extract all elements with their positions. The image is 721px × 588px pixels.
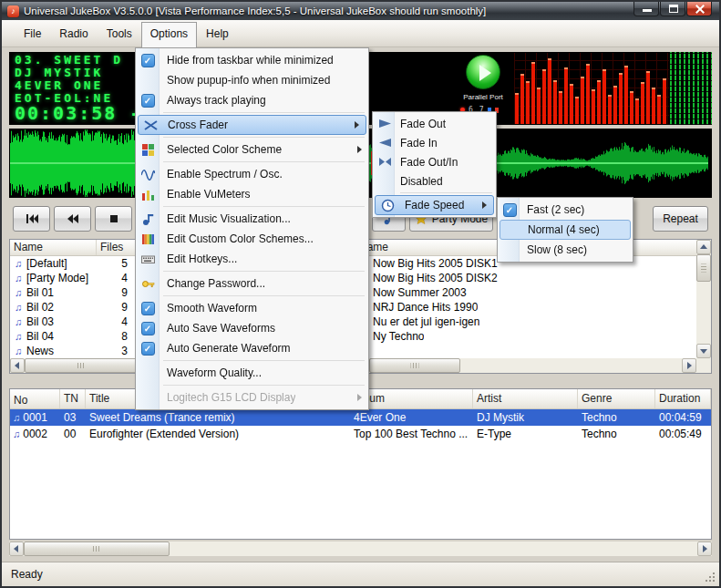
album-name: Now Big Hits 2005 DISK2: [369, 272, 498, 284]
vumeter-icon: [141, 188, 155, 201]
album-row[interactable]: ♫NRJ Dance Hits 1990: [355, 300, 696, 315]
track-tn: 00: [60, 428, 86, 440]
album-row[interactable]: ♫Now Summer 2003: [355, 285, 696, 300]
down-arrow-icon: [700, 349, 707, 354]
column-header-files[interactable]: Files: [97, 240, 138, 255]
port-label: Parallel Port: [453, 93, 513, 101]
checked-icon: ✓: [503, 203, 517, 217]
scroll-right-button[interactable]: [682, 358, 696, 373]
playlist-name: [Default]: [25, 257, 97, 270]
menu-item-label: Hide from taskbar while minimized: [167, 54, 334, 67]
track-row-selected[interactable]: ♫0001 03 Sweet Dreams (Trance remix) 4Ev…: [10, 409, 711, 426]
lcd-track-line: 03. SWEET D: [15, 53, 123, 67]
app-icon: ♪: [7, 5, 19, 17]
scroll-left-button[interactable]: [10, 358, 25, 373]
menu-item-edit-custom-color-schemes[interactable]: Edit Custom Color Schemes...: [136, 229, 368, 249]
album-row[interactable]: ♫Nu er det jul igen-igen: [355, 315, 696, 329]
track-no: 0001: [23, 411, 47, 424]
column-header-genre[interactable]: Genre: [578, 389, 655, 408]
menu-item-auto-save-waveforms[interactable]: ✓Auto Save Waveforms: [136, 318, 368, 338]
scroll-thumb[interactable]: [696, 254, 711, 282]
track-tn: 03: [60, 411, 86, 424]
menu-item-disabled[interactable]: Disabled: [373, 171, 496, 191]
left-arrow-icon: [14, 545, 18, 552]
playlist-files: 9: [97, 301, 133, 314]
menu-item-fade-out-in[interactable]: Fade Out/In: [373, 152, 496, 171]
menu-item-edit-music-visualization[interactable]: Edit Music Visualization...: [136, 209, 368, 229]
menu-item-show-popup-info[interactable]: Show pupup-info when minimized: [136, 70, 368, 90]
menu-tools[interactable]: Tools: [98, 23, 141, 46]
menu-file[interactable]: File: [15, 23, 50, 46]
scroll-right-button[interactable]: [697, 542, 712, 556]
column-header-name[interactable]: Name: [10, 240, 97, 255]
menu-item-slow[interactable]: Slow (8 sec): [498, 240, 633, 260]
menu-item-enable-vumeters[interactable]: Enable VuMeters: [136, 184, 368, 204]
playlist-files: 5: [97, 257, 133, 270]
menu-item-label: Normal (4 sec): [528, 223, 600, 236]
rewind-button[interactable]: [54, 206, 91, 232]
album-row[interactable]: ♫Now Big Hits 2005 DISK2: [355, 271, 696, 285]
note-icon: ♫: [12, 316, 25, 327]
scroll-up-button[interactable]: [696, 240, 711, 254]
playlist-name: Bil 01: [25, 286, 97, 299]
album-vscrollbar[interactable]: [696, 240, 711, 358]
close-button[interactable]: [686, 2, 712, 16]
skip-back-icon: [26, 213, 38, 224]
submenu-arrow-icon: [357, 146, 362, 153]
menu-radio[interactable]: Radio: [50, 23, 97, 46]
scroll-thumb[interactable]: [25, 358, 138, 373]
album-name: Now Summer 2003: [369, 286, 467, 299]
scroll-left-button[interactable]: [9, 542, 24, 556]
menu-item-edit-hotkeys[interactable]: Edit Hotkeys...: [136, 249, 368, 269]
menu-item-label: Edit Hotkeys...: [167, 253, 237, 265]
menu-options[interactable]: Options: [141, 22, 197, 47]
column-header-no[interactable]: No: [10, 389, 60, 408]
previous-track-button[interactable]: [13, 206, 50, 232]
scroll-down-button[interactable]: [696, 344, 711, 358]
track-row[interactable]: ♫0002 00 Eurofighter (Extended Version) …: [10, 426, 711, 442]
maximize-button[interactable]: [660, 2, 685, 16]
menu-item-always-track-playing[interactable]: ✓Always track playing: [136, 90, 368, 110]
menubar: File Radio Tools Options Help: [2, 20, 719, 47]
column-header-artist[interactable]: Artist: [473, 389, 578, 408]
main-hscrollbar[interactable]: [9, 542, 712, 556]
checked-icon: ✓: [141, 322, 155, 335]
menu-item-normal[interactable]: Normal (4 sec): [500, 220, 631, 240]
column-header-tn[interactable]: TN: [60, 389, 86, 408]
repeat-button[interactable]: Repeat: [653, 206, 708, 232]
resize-grip[interactable]: [705, 572, 716, 583]
menu-item-smooth-waveform[interactable]: ✓Smooth Waveform: [136, 298, 368, 318]
menu-item-fade-speed[interactable]: Fade Speed: [375, 195, 494, 215]
album-hscrollbar[interactable]: [355, 358, 696, 373]
fade-in-icon: [378, 136, 392, 150]
minimize-button[interactable]: [633, 2, 659, 16]
titlebar[interactable]: ♪ Universal JukeBox V3.5.0.0 [Vista Perf…: [2, 2, 719, 20]
scroll-thumb[interactable]: [369, 358, 460, 373]
menu-item-logitech-g15[interactable]: Logitech G15 LCD Display: [136, 387, 368, 407]
album-rows: ♫Now Big Hits 2005 DISK1 ♫Now Big Hits 2…: [355, 256, 696, 344]
stop-button[interactable]: [95, 206, 132, 232]
playlist-name: Bil 02: [25, 301, 97, 314]
menu-item-waveform-quality[interactable]: Waveform Quality...: [136, 363, 368, 383]
menu-item-label: Edit Music Visualization...: [167, 212, 291, 225]
checked-icon: ✓: [141, 94, 155, 108]
scroll-thumb[interactable]: [24, 542, 170, 556]
menu-item-fade-out[interactable]: Fade Out: [373, 114, 496, 133]
album-row[interactable]: ♫Ny Techno: [355, 329, 696, 344]
play-button[interactable]: [466, 55, 500, 89]
menu-item-cross-fader[interactable]: Cross Fader: [138, 115, 366, 135]
menu-item-hide-from-taskbar[interactable]: ✓Hide from taskbar while minimized: [136, 50, 368, 70]
track-duration: 00:04:59: [655, 411, 711, 424]
window-title: Universal JukeBox V3.5.0.0 [Vista Perfor…: [24, 5, 486, 16]
menu-item-enable-spectrum[interactable]: Enable Spectrum / Osc.: [136, 164, 368, 184]
menu-item-selected-color-scheme[interactable]: Selected Color Scheme: [136, 139, 368, 160]
spectrum-canvas: [514, 53, 669, 124]
menu-item-fast[interactable]: ✓Fast (2 sec): [498, 200, 633, 220]
menu-item-change-password[interactable]: Change Password...: [136, 273, 368, 294]
menu-item-label: Enable VuMeters: [167, 188, 251, 201]
column-header-duration[interactable]: Duration: [655, 389, 711, 408]
checked-icon: ✓: [141, 302, 155, 315]
menu-help[interactable]: Help: [197, 23, 238, 46]
menu-item-auto-generate-waveform[interactable]: ✓Auto Generate Waveform: [136, 338, 368, 358]
menu-item-fade-in[interactable]: Fade In: [373, 133, 496, 152]
